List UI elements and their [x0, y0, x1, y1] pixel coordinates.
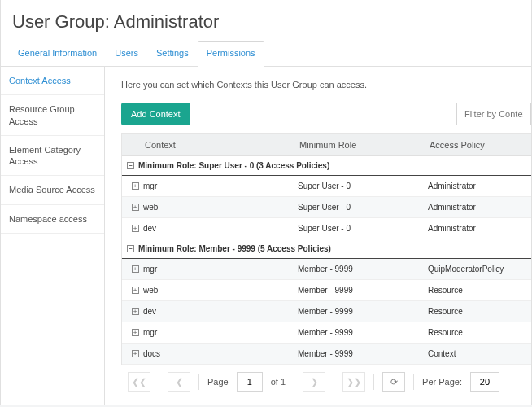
table-row[interactable]: + docs Member - 9999 Context: [122, 344, 531, 365]
tab-general-information[interactable]: General Information: [9, 41, 106, 67]
cell-policy: Administrator: [428, 224, 526, 233]
table-row[interactable]: + dev Member - 9999 Resource: [122, 301, 531, 322]
group-title: Minimum Role: Super User - 0 (3 Access P…: [138, 161, 329, 170]
expand-row-icon[interactable]: +: [132, 204, 139, 211]
cell-policy: Administrator: [428, 182, 526, 190]
tab-bar: General Information Users Settings Permi…: [1, 41, 531, 67]
add-context-button[interactable]: Add Context: [121, 103, 190, 125]
pager: ❮❮ ❮ Page of 1 ❯ ❯❯ ⟳ Per Page:: [121, 365, 531, 405]
cell-context: mgr: [143, 182, 298, 190]
cell-role: Member - 9999: [298, 328, 428, 337]
cell-context: dev: [143, 307, 298, 316]
pager-last-button[interactable]: ❯❯: [342, 372, 365, 392]
context-access-grid: Context Minimum Role Access Policy − Min…: [121, 133, 531, 365]
cell-role: Member - 9999: [298, 286, 428, 295]
expand-row-icon[interactable]: +: [132, 265, 139, 273]
cell-policy: Administrator: [428, 203, 526, 212]
group-header[interactable]: − Minimum Role: Member - 9999 (5 Access …: [122, 239, 531, 259]
cell-context: dev: [143, 224, 298, 233]
table-row[interactable]: + mgr Member - 9999 Resource: [122, 322, 531, 344]
group-header[interactable]: − Minimum Role: Super User - 0 (3 Access…: [122, 156, 531, 176]
cell-context: web: [143, 286, 298, 295]
expand-row-icon[interactable]: +: [132, 350, 139, 357]
sidebar-item-context-access[interactable]: Context Access: [1, 67, 104, 95]
table-row[interactable]: + dev Super User - 0 Administrator: [122, 218, 531, 239]
expand-row-icon[interactable]: +: [132, 287, 139, 294]
expand-row-icon[interactable]: +: [132, 225, 139, 232]
group-title: Minimum Role: Member - 9999 (5 Access Po…: [138, 244, 331, 253]
column-header-context[interactable]: Context: [138, 134, 293, 155]
pager-per-page-input[interactable]: [470, 372, 499, 392]
pager-first-button[interactable]: ❮❮: [128, 372, 150, 392]
cell-role: Member - 9999: [298, 307, 428, 316]
permissions-sidebar: Context Access Resource Group Access Ele…: [1, 67, 105, 405]
pager-next-button[interactable]: ❯: [303, 372, 325, 392]
cell-context: mgr: [143, 265, 298, 274]
cell-policy: Resource: [428, 328, 526, 337]
pager-page-input[interactable]: [237, 372, 263, 392]
pager-page-label: Page: [207, 377, 229, 387]
pager-prev-button[interactable]: ❮: [168, 372, 190, 392]
collapse-icon[interactable]: −: [127, 245, 134, 252]
cell-role: Super User - 0: [298, 203, 428, 212]
expand-row-icon[interactable]: +: [132, 329, 139, 336]
pager-of-label: of 1: [271, 377, 286, 387]
main-panel: Here you can set which Contexts this Use…: [105, 67, 531, 405]
cell-context: mgr: [143, 328, 298, 337]
collapse-icon[interactable]: −: [127, 162, 134, 169]
expand-row-icon[interactable]: +: [132, 182, 139, 190]
sidebar-item-media-source-access[interactable]: Media Source Access: [1, 176, 104, 204]
sidebar-item-resource-group-access[interactable]: Resource Group Access: [1, 95, 104, 136]
tab-settings[interactable]: Settings: [147, 41, 198, 67]
table-row[interactable]: + web Member - 9999 Resource: [122, 280, 531, 301]
table-row[interactable]: + mgr Super User - 0 Administrator: [122, 176, 531, 197]
cell-role: Super User - 0: [298, 224, 428, 233]
cell-policy: QuipModeratorPolicy: [428, 265, 526, 274]
filter-by-context-input[interactable]: [456, 103, 531, 125]
column-header-minimum-role[interactable]: Minimum Role: [293, 134, 423, 155]
cell-context: web: [143, 203, 298, 212]
cell-context: docs: [143, 349, 298, 358]
cell-policy: Context: [428, 349, 526, 358]
expand-row-icon[interactable]: +: [132, 308, 139, 315]
help-text: Here you can set which Contexts this Use…: [121, 80, 531, 90]
cell-policy: Resource: [428, 286, 526, 295]
sidebar-item-namespace-access[interactable]: Namespace access: [1, 205, 104, 234]
sidebar-item-element-category-access[interactable]: Element Category Access: [1, 136, 104, 177]
cell-policy: Resource: [428, 307, 526, 316]
column-header-access-policy[interactable]: Access Policy: [423, 134, 531, 155]
cell-role: Super User - 0: [298, 182, 428, 190]
table-row[interactable]: + web Super User - 0 Administrator: [122, 197, 531, 218]
cell-role: Member - 9999: [298, 349, 428, 358]
pager-refresh-button[interactable]: ⟳: [382, 372, 405, 392]
pager-per-page-label: Per Page:: [422, 377, 462, 387]
cell-role: Member - 9999: [298, 265, 428, 274]
tab-users[interactable]: Users: [106, 41, 147, 67]
page-title: User Group: Administrator: [1, 0, 531, 41]
table-row[interactable]: + mgr Member - 9999 QuipModeratorPolicy: [122, 259, 531, 280]
tab-permissions[interactable]: Permissions: [198, 41, 264, 67]
